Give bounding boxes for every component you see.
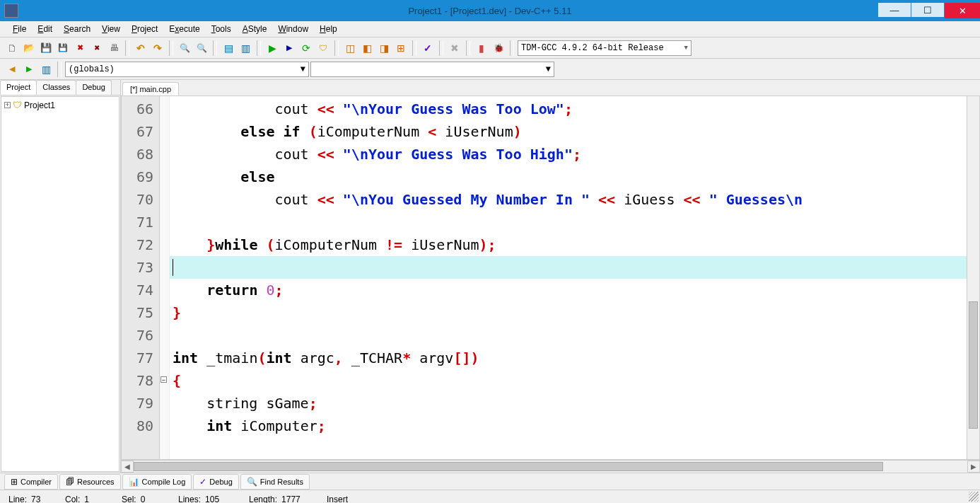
menu-help[interactable]: Help	[314, 22, 343, 36]
goto-icon[interactable]	[238, 40, 253, 56]
status-col: Col:1	[59, 495, 116, 504]
panel-layout-2-icon[interactable]	[359, 40, 375, 56]
new-file-icon[interactable]	[4, 40, 20, 56]
compile-icon[interactable]	[264, 40, 280, 56]
status-bar: Line:73 Col:1 Sel:0 Lines:105 Length:177…	[0, 490, 980, 503]
save-icon[interactable]	[38, 40, 54, 56]
panel-layout-4-icon[interactable]	[393, 40, 409, 56]
stop-icon[interactable]	[447, 40, 462, 56]
menu-execute[interactable]: Execute	[163, 22, 205, 36]
status-line: Line:73	[3, 495, 59, 504]
undo-icon[interactable]	[133, 40, 148, 56]
debug-bug-icon[interactable]	[491, 40, 506, 56]
menu-search[interactable]: Search	[58, 22, 96, 36]
editor-area: [*] main.cpp 666768697071727374757677787…	[121, 80, 980, 473]
code-body[interactable]: cout << "\nYour Guess Was Too Low"; else…	[170, 96, 967, 459]
close-file-icon[interactable]	[72, 40, 88, 56]
status-length: Length:1777	[243, 495, 321, 504]
rebuild-all-icon[interactable]	[315, 40, 331, 56]
panel-layout-3-icon[interactable]	[376, 40, 392, 56]
maximize-button[interactable]: ☐	[911, 3, 944, 17]
menu-window[interactable]: Window	[272, 22, 314, 36]
status-sel: Sel:0	[116, 495, 173, 504]
nav-forward-icon[interactable]	[21, 62, 37, 77]
project-tree[interactable]: + 🛡 Project1	[1, 96, 119, 472]
bottom-tab-compile-log[interactable]: 📊Compile Log	[122, 474, 192, 490]
side-tab-classes[interactable]: Classes	[36, 80, 76, 95]
menu-tools[interactable]: Tools	[206, 22, 237, 36]
redo-icon[interactable]	[150, 40, 165, 56]
scrollbar-thumb[interactable]	[134, 462, 883, 471]
horizontal-scrollbar[interactable]: ◀ ▶	[121, 460, 980, 473]
nav-back-icon[interactable]	[4, 62, 20, 77]
fold-toggle-icon[interactable]: −	[161, 376, 167, 383]
run-icon[interactable]	[281, 40, 297, 56]
code-line[interactable]: else if (iComputerNum < iUserNum)	[170, 120, 967, 143]
line-number-gutter: 666768697071727374757677787980	[122, 96, 160, 459]
compiler-tab-icon: ⊞	[11, 477, 18, 487]
compile-run-icon[interactable]	[298, 40, 314, 56]
side-tab-debug[interactable]: Debug	[76, 80, 111, 95]
bottom-tab-debug[interactable]: ✓Debug	[193, 474, 238, 490]
side-tab-project[interactable]: Project	[0, 80, 37, 95]
chevron-down-icon: ▼	[684, 45, 688, 52]
scroll-left-icon[interactable]: ◀	[121, 461, 134, 473]
bottom-tab-find-results[interactable]: 🔍Find Results	[240, 474, 310, 490]
debug-icon[interactable]	[420, 40, 436, 56]
save-all-icon[interactable]	[55, 40, 71, 56]
close-button[interactable]: ✕	[945, 3, 980, 18]
code-line[interactable]: else	[170, 166, 967, 188]
title-bar: Project1 - [Project1.dev] - Dev-C++ 5.11…	[0, 0, 980, 21]
fold-column[interactable]: −	[160, 96, 170, 459]
scope-select[interactable]: (globals) ▼	[65, 62, 309, 77]
tree-item-label: Project1	[24, 100, 55, 110]
code-line[interactable]: }	[170, 301, 967, 324]
code-line[interactable]: int iComputer;	[170, 415, 967, 437]
menu-view[interactable]: View	[96, 22, 126, 36]
tree-expand-icon[interactable]: +	[4, 102, 11, 108]
bookmark-icon[interactable]	[221, 40, 236, 56]
close-all-icon[interactable]	[89, 40, 105, 56]
compiler-select[interactable]: TDM-GCC 4.9.2 64-bit Release ▼	[518, 40, 692, 56]
code-line[interactable]: return 0;	[170, 279, 967, 301]
code-line[interactable]: {	[170, 369, 967, 392]
code-line[interactable]: int _tmain(int argc, _TCHAR* argv[])	[170, 347, 967, 369]
profile-icon[interactable]	[474, 40, 489, 56]
bottom-tab-resources[interactable]: 🗐Resources	[59, 474, 121, 490]
code-line[interactable]	[170, 211, 967, 233]
menu-file[interactable]: File	[7, 22, 32, 36]
scrollbar-thumb[interactable]	[969, 301, 978, 429]
code-line[interactable]: string sGame;	[170, 392, 967, 415]
compile-log-tab-icon: 📊	[129, 477, 139, 487]
code-editor[interactable]: 666768697071727374757677787980 − cout <<…	[121, 96, 980, 460]
editor-tab-main[interactable]: [*] main.cpp	[122, 82, 179, 96]
tree-item-root[interactable]: + 🛡 Project1	[4, 100, 116, 110]
member-select[interactable]: ▼	[310, 62, 554, 77]
code-line[interactable]: cout << "\nYour Guess Was Too Low";	[170, 98, 967, 120]
menu-astyle[interactable]: AStyle	[237, 22, 273, 36]
code-line[interactable]: cout << "\nYour Guess Was Too High";	[170, 143, 967, 166]
chevron-down-icon: ▼	[301, 64, 305, 74]
chevron-down-icon: ▼	[546, 64, 551, 74]
vertical-scrollbar[interactable]	[967, 96, 979, 459]
open-file-icon[interactable]	[21, 40, 37, 56]
find-results-tab-icon: 🔍	[247, 477, 257, 487]
window-title: Project1 - [Project1.dev] - Dev-C++ 5.11	[408, 6, 571, 16]
resize-grip-icon[interactable]	[969, 492, 979, 502]
print-icon[interactable]	[106, 40, 122, 56]
code-line[interactable]	[170, 256, 967, 279]
code-line[interactable]: }while (iComputerNum != iUserNum);	[170, 233, 967, 256]
nav-bookmarks-icon[interactable]	[38, 62, 54, 77]
code-line[interactable]	[170, 324, 967, 347]
menu-edit[interactable]: Edit	[32, 22, 58, 36]
bottom-tab-compiler[interactable]: ⊞Compiler	[4, 474, 58, 490]
code-line[interactable]: cout << "\nYou Guessed My Number In " <<…	[170, 188, 967, 211]
menu-project[interactable]: Project	[126, 22, 163, 36]
find-icon[interactable]	[177, 40, 192, 56]
panel-layout-1-icon[interactable]	[342, 40, 358, 56]
compiler-select-value: TDM-GCC 4.9.2 64-bit Release	[521, 43, 664, 53]
minimize-button[interactable]: —	[878, 3, 911, 17]
replace-icon[interactable]	[194, 40, 209, 56]
scroll-right-icon[interactable]: ▶	[967, 461, 980, 473]
resources-tab-icon: 🗐	[66, 477, 74, 487]
